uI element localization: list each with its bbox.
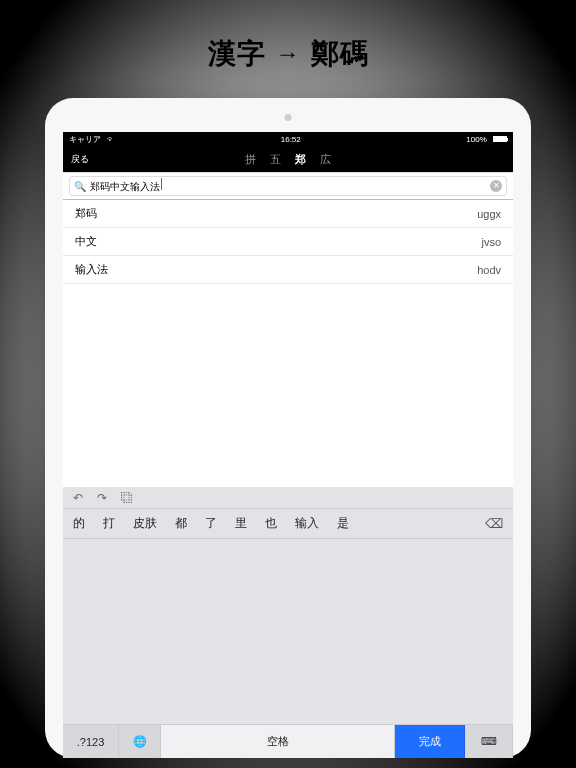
candidate[interactable]: 的 xyxy=(73,515,85,532)
battery-icon xyxy=(493,136,507,142)
tab-wubi[interactable]: 五 xyxy=(270,152,281,167)
done-key[interactable]: 完成 xyxy=(395,725,465,758)
search-value: 郑码中文输入法 xyxy=(90,178,486,194)
candidate[interactable]: 打 xyxy=(103,515,115,532)
carrier-label: キャリア xyxy=(69,135,101,144)
nav-tabs: 拼 五 郑 広 xyxy=(245,152,331,167)
space-key[interactable]: 空格 xyxy=(161,725,395,758)
candidate[interactable]: 皮肤 xyxy=(133,515,157,532)
keyboard: ↶ ↷ ⿻ 的打皮肤都了里也输入是⌫ .?123 🌐 空格 完成 ⌨ xyxy=(63,487,513,758)
content-area xyxy=(63,284,513,487)
screen: キャリア ᯤ 16:52 100% 戻る 拼 五 郑 広 🔍 郑码中文输入法 ✕ xyxy=(63,132,513,758)
candidate[interactable]: 也 xyxy=(265,515,277,532)
keyboard-body[interactable] xyxy=(63,539,513,724)
candidate-bar: 的打皮肤都了里也输入是⌫ xyxy=(63,509,513,539)
result-word: 输入法 xyxy=(75,262,108,277)
status-bar: キャリア ᯤ 16:52 100% xyxy=(63,132,513,146)
paste-icon[interactable]: ⿻ xyxy=(121,491,133,505)
search-bar: 🔍 郑码中文输入法 ✕ xyxy=(63,172,513,200)
nav-bar: 戻る 拼 五 郑 広 xyxy=(63,146,513,172)
hide-keyboard-key[interactable]: ⌨ xyxy=(465,725,513,758)
promo-right: 鄭碼 xyxy=(311,35,369,73)
candidate[interactable]: 输入 xyxy=(295,515,319,532)
promo-title: 漢字 → 鄭碼 xyxy=(208,35,369,73)
battery-percent: 100% xyxy=(466,135,486,144)
promo-left: 漢字 xyxy=(208,35,266,73)
clear-icon[interactable]: ✕ xyxy=(490,180,502,192)
result-row[interactable]: 中文jvso xyxy=(63,228,513,256)
search-icon: 🔍 xyxy=(74,181,86,192)
tablet-frame: キャリア ᯤ 16:52 100% 戻る 拼 五 郑 広 🔍 郑码中文输入法 ✕ xyxy=(45,98,531,758)
mode-key[interactable]: .?123 xyxy=(63,725,119,758)
arrow-right-icon: → xyxy=(276,40,301,68)
backspace-icon[interactable]: ⌫ xyxy=(485,516,503,531)
search-input[interactable]: 🔍 郑码中文输入法 ✕ xyxy=(69,176,507,196)
result-code: hodv xyxy=(477,264,501,276)
globe-key[interactable]: 🌐 xyxy=(119,725,161,758)
result-code: uggx xyxy=(477,208,501,220)
candidate[interactable]: 都 xyxy=(175,515,187,532)
result-code: jvso xyxy=(481,236,501,248)
results-list: 郑码uggx中文jvso输入法hodv xyxy=(63,200,513,284)
result-word: 郑码 xyxy=(75,206,97,221)
undo-icon[interactable]: ↶ xyxy=(73,491,83,505)
redo-icon[interactable]: ↷ xyxy=(97,491,107,505)
result-row[interactable]: 郑码uggx xyxy=(63,200,513,228)
clock: 16:52 xyxy=(281,135,301,144)
tab-zhengma[interactable]: 郑 xyxy=(295,152,306,167)
candidate[interactable]: 了 xyxy=(205,515,217,532)
camera-dot xyxy=(285,114,292,121)
back-button[interactable]: 戻る xyxy=(71,153,89,166)
candidate[interactable]: 里 xyxy=(235,515,247,532)
keyboard-toolbar: ↶ ↷ ⿻ xyxy=(63,487,513,509)
wifi-icon: ᯤ xyxy=(107,135,115,144)
result-row[interactable]: 输入法hodv xyxy=(63,256,513,284)
candidate[interactable]: 是 xyxy=(337,515,349,532)
result-word: 中文 xyxy=(75,234,97,249)
tab-guang[interactable]: 広 xyxy=(320,152,331,167)
keyboard-bottom-row: .?123 🌐 空格 完成 ⌨ xyxy=(63,724,513,758)
tab-pinyin[interactable]: 拼 xyxy=(245,152,256,167)
